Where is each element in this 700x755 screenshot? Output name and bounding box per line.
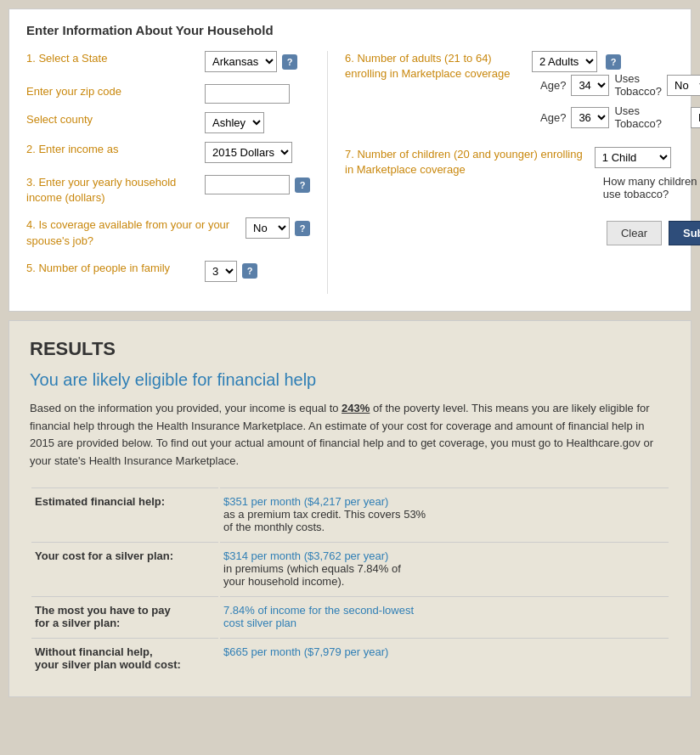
income-input-area: 48000 ? xyxy=(205,175,310,194)
results-table: Estimated financial help: $351 per month… xyxy=(30,486,670,679)
row2-value: $314 per month ($3,762 per year) in prem… xyxy=(220,542,669,594)
county-label: Select county xyxy=(26,112,205,127)
county-select[interactable]: Ashley xyxy=(205,112,264,133)
state-input-area: Arkansas ? xyxy=(205,51,297,72)
results-description: Based on the information you provided, y… xyxy=(30,400,670,470)
state-select[interactable]: Arkansas xyxy=(205,51,277,72)
family-label: 5. Number of people in family xyxy=(26,261,205,276)
form-layout: 1. Select a State Arkansas ? Enter your … xyxy=(26,51,674,294)
children-block: 0 Children 1 Child 2 Children How many c… xyxy=(595,147,700,200)
coverage-label: 4. Is coverage available from your or yo… xyxy=(26,217,246,248)
form-section: Enter Information About Your Household 1… xyxy=(8,8,692,312)
row1-value: $351 per month ($4,217 per year) as a pr… xyxy=(220,487,669,540)
poverty-pct: 243% xyxy=(342,402,370,414)
family-field-row: 5. Number of people in family 1 2 3 4 5 … xyxy=(26,261,310,282)
age2-label: Age? xyxy=(540,111,566,124)
income-field-row: 3. Enter your yearly household income (d… xyxy=(26,175,310,206)
table-row: Your cost for a silver plan: $314 per mo… xyxy=(31,542,669,594)
income-type-label: 2. Enter income as xyxy=(26,142,205,157)
children-field-row: 7. Number of children (20 and younger) e… xyxy=(345,147,700,200)
income-type-select[interactable]: 2015 Dollars xyxy=(205,142,292,163)
row1-label: Estimated financial help: xyxy=(31,487,218,540)
family-input-area: 1 2 3 4 5 6 ? xyxy=(205,261,257,282)
results-title: RESULTS xyxy=(30,338,670,360)
state-field-row: 1. Select a State Arkansas ? xyxy=(26,51,310,72)
row4-label: Without financial help,your silver plan … xyxy=(31,638,218,678)
children-label: 7. Number of children (20 and younger) e… xyxy=(345,147,595,177)
adults-field-row: 6. Number of adults (21 to 64) enrolling… xyxy=(345,51,700,137)
children-input-area: 0 Children 1 Child 2 Children xyxy=(595,147,700,168)
family-select[interactable]: 1 2 3 4 5 6 xyxy=(205,261,237,282)
state-help-icon[interactable]: ? xyxy=(282,54,297,70)
submit-button[interactable]: Submit xyxy=(669,221,700,245)
adults-select[interactable]: 0 Adults 1 Adult 2 Adults xyxy=(532,51,597,72)
form-title: Enter Information About Your Household xyxy=(26,23,674,37)
coverage-help-icon[interactable]: ? xyxy=(295,221,310,236)
row3-value: 7.84% of income for the second-lowest co… xyxy=(220,596,669,636)
left-column: 1. Select a State Arkansas ? Enter your … xyxy=(26,51,310,294)
tobacco2-label: Uses Tobacco? xyxy=(614,104,686,130)
income-type-field-row: 2. Enter income as 2015 Dollars xyxy=(26,142,310,163)
children-select[interactable]: 0 Children 1 Child 2 Children xyxy=(595,147,671,168)
adults-block: 0 Adults 1 Adult 2 Adults ? Age? 34 Uses… xyxy=(532,51,700,137)
zip-input[interactable]: 71638 xyxy=(205,84,290,104)
adult1-row: Age? 34 Uses Tobacco? No Yes ? xyxy=(540,72,700,98)
state-label: 1. Select a State xyxy=(26,51,205,66)
coverage-field-row: 4. Is coverage available from your or yo… xyxy=(26,217,310,248)
zip-field-row: Enter your zip code 71638 xyxy=(26,84,310,104)
age1-select[interactable]: 34 xyxy=(571,75,609,96)
age1-label: Age? xyxy=(540,79,566,92)
income-label: 3. Enter your yearly household income (d… xyxy=(26,175,205,206)
family-help-icon[interactable]: ? xyxy=(242,263,257,279)
age2-select[interactable]: 36 xyxy=(571,107,609,128)
tobacco2-select[interactable]: No Yes xyxy=(691,107,700,128)
row4-value: $665 per month ($7,979 per year) xyxy=(220,638,669,678)
county-input-area: Ashley xyxy=(205,112,264,133)
button-row: Clear Submit xyxy=(345,214,700,245)
table-row: Estimated financial help: $351 per month… xyxy=(31,487,669,540)
clear-button[interactable]: Clear xyxy=(607,221,662,245)
adult2-row: Age? 36 Uses Tobacco? No Yes xyxy=(540,104,700,130)
coverage-input-area: No Yes ? xyxy=(246,217,310,239)
right-column: 6. Number of adults (21 to 64) enrolling… xyxy=(327,51,700,294)
zip-label: Enter your zip code xyxy=(26,84,205,99)
county-field-row: Select county Ashley xyxy=(26,112,310,133)
table-row: Without financial help,your silver plan … xyxy=(31,638,669,678)
adults-input-area: 0 Adults 1 Adult 2 Adults ? xyxy=(532,51,700,72)
tobacco1-label: Uses Tobacco? xyxy=(614,72,662,98)
income-input[interactable]: 48000 xyxy=(205,175,290,194)
row3-label: The most you have to payfor a silver pla… xyxy=(31,596,218,636)
zip-input-area: 71638 xyxy=(205,84,290,104)
income-help-icon[interactable]: ? xyxy=(295,177,310,193)
row2-label: Your cost for a silver plan: xyxy=(31,542,218,594)
adults-help-icon[interactable]: ? xyxy=(606,54,621,70)
adults-label: 6. Number of adults (21 to 64) enrolling… xyxy=(345,51,532,82)
table-row: The most you have to payfor a silver pla… xyxy=(31,596,669,636)
children-tobacco-label: How many children use tobacco? xyxy=(603,175,697,200)
results-section: RESULTS You are likely eligible for fina… xyxy=(8,320,692,697)
tobacco1-select[interactable]: No Yes xyxy=(667,75,700,96)
results-eligible-text: You are likely eligible for financial he… xyxy=(30,370,670,390)
income-type-input-area: 2015 Dollars xyxy=(205,142,292,163)
coverage-select[interactable]: No Yes xyxy=(246,217,290,239)
children-tobacco-row: How many children use tobacco? 0 1 2 xyxy=(603,175,700,200)
